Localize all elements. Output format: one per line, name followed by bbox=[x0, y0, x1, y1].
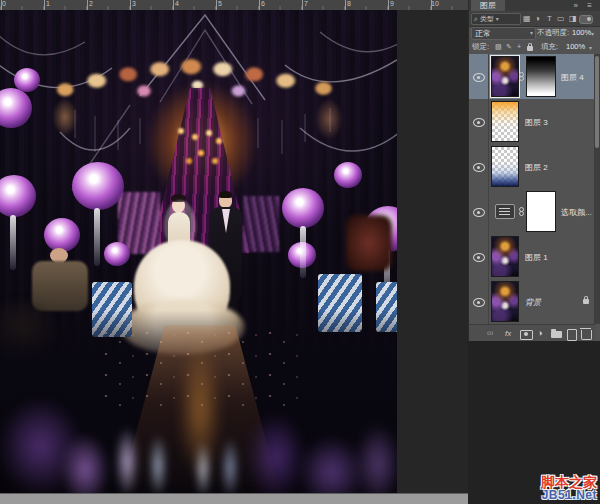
visibility-toggle[interactable] bbox=[469, 54, 489, 99]
ruler-number: 10 bbox=[431, 0, 439, 8]
filter-smartobject-icon[interactable]: ◨ bbox=[569, 13, 577, 24]
fill-label: 填充: bbox=[541, 40, 558, 54]
background-lock-icon bbox=[583, 299, 589, 304]
blend-mode-value: 正常 bbox=[475, 29, 491, 38]
ruler-number: 8 bbox=[347, 0, 351, 8]
ruler-number: 0 bbox=[2, 0, 6, 8]
ruler-number: 5 bbox=[218, 0, 222, 8]
new-group-icon[interactable] bbox=[551, 331, 562, 338]
visibility-toggle[interactable] bbox=[469, 144, 489, 189]
layer-thumbnail[interactable] bbox=[491, 101, 519, 142]
eye-icon bbox=[473, 73, 485, 82]
filter-type-label: 类型 bbox=[480, 15, 494, 22]
layer-name[interactable]: 图层 2 bbox=[525, 162, 548, 173]
layer-row[interactable]: 图层 1 bbox=[469, 234, 595, 280]
ruler-number: 7 bbox=[304, 0, 308, 8]
chevron-down-icon: ▾ bbox=[530, 28, 533, 39]
watermark-line1: 脚本之家 bbox=[541, 475, 597, 490]
eye-icon bbox=[473, 118, 485, 127]
layer-mask-thumbnail[interactable] bbox=[526, 191, 556, 232]
chevron-down-icon: ▾ bbox=[496, 16, 499, 22]
scrollbar-thumb[interactable] bbox=[595, 56, 599, 148]
opacity-label: 不透明度: bbox=[537, 26, 569, 40]
lock-position-icon[interactable]: + bbox=[517, 43, 521, 51]
ruler-number: 2 bbox=[89, 0, 93, 8]
panel-menu-icon[interactable]: ≡ bbox=[587, 0, 592, 11]
search-icon: ⌕ bbox=[474, 15, 478, 22]
visibility-toggle[interactable] bbox=[469, 189, 489, 234]
document-canvas[interactable] bbox=[0, 10, 397, 493]
photoshop-window: 0 1 2 3 4 5 6 7 8 9 10 bbox=[0, 0, 600, 504]
layer-name[interactable]: 图层 3 bbox=[525, 117, 548, 128]
blend-mode-select[interactable]: 正常 ▾ bbox=[471, 27, 536, 40]
layers-panel-toolbar: ∞ fx ◑ bbox=[469, 324, 595, 342]
layer-mask-thumbnail[interactable] bbox=[526, 56, 556, 97]
layer-row[interactable]: 图层 3 bbox=[469, 99, 595, 145]
filter-pixel-icon[interactable]: ▦ bbox=[523, 13, 531, 24]
layer-thumbnail[interactable] bbox=[491, 281, 519, 322]
layer-style-fx-icon[interactable]: fx bbox=[505, 327, 511, 340]
layer-thumbnail[interactable] bbox=[491, 236, 519, 277]
watermark: 脚本之家 JB51.Net bbox=[541, 475, 597, 502]
lock-image-icon[interactable]: ✎ bbox=[506, 43, 512, 51]
adjustment-layer-button-icon[interactable]: ◑ bbox=[537, 327, 542, 340]
panel-tab-bar: 图层 » ≡ bbox=[469, 0, 600, 11]
eye-icon bbox=[473, 298, 485, 307]
delete-layer-icon[interactable] bbox=[581, 330, 592, 340]
layer-name[interactable]: 图层 1 bbox=[525, 252, 548, 263]
filter-toggle-switch[interactable] bbox=[579, 15, 593, 24]
ruler-number: 9 bbox=[390, 0, 394, 8]
adjustment-layer-icon[interactable] bbox=[495, 204, 515, 219]
workspace-background: 脚本之家 JB51.Net bbox=[468, 341, 600, 504]
add-mask-icon[interactable] bbox=[520, 330, 533, 340]
lock-row: 锁定: ▨ ✎ + 填充: 100% ▾ bbox=[469, 40, 600, 54]
layer-name[interactable]: 选取颜... bbox=[561, 207, 592, 218]
chevron-down-icon[interactable]: ▾ bbox=[589, 41, 592, 55]
layer-row[interactable]: 图层 2 bbox=[469, 144, 595, 190]
layer-row-adjustment[interactable]: 选取颜... bbox=[469, 189, 595, 235]
layer-filter-bar: ⌕ 类型 ▾ ▦ ◑ T ▭ ◨ bbox=[469, 11, 600, 27]
mask-link-icon[interactable] bbox=[519, 72, 525, 82]
lock-label: 锁定: bbox=[472, 40, 489, 54]
layer-row-background[interactable]: 背景 bbox=[469, 279, 595, 325]
eye-icon bbox=[473, 163, 485, 172]
watermark-line2: JB51.Net bbox=[541, 489, 597, 502]
tab-layers[interactable]: 图层 bbox=[471, 0, 505, 11]
layer-thumbnail[interactable] bbox=[491, 146, 519, 187]
vignette bbox=[0, 10, 397, 493]
visibility-toggle[interactable] bbox=[469, 99, 489, 144]
mask-link-icon[interactable] bbox=[519, 207, 525, 217]
ruler-number: 6 bbox=[261, 0, 265, 8]
visibility-toggle[interactable] bbox=[469, 279, 489, 324]
fill-value[interactable]: 100% bbox=[566, 40, 585, 54]
filter-adjustment-icon[interactable]: ◑ bbox=[535, 13, 540, 24]
opacity-value[interactable]: 100% bbox=[572, 26, 591, 40]
layer-name[interactable]: 图层 4 bbox=[561, 72, 584, 83]
new-layer-icon[interactable] bbox=[567, 329, 577, 341]
layers-panel: 图层 » ≡ ⌕ 类型 ▾ ▦ ◑ T ▭ ◨ 正常 ▾ 不透明度: 100% … bbox=[468, 0, 600, 341]
filter-shape-icon[interactable]: ▭ bbox=[557, 13, 565, 24]
layer-thumbnail[interactable] bbox=[491, 56, 519, 97]
lock-all-icon[interactable] bbox=[527, 46, 533, 51]
filter-type-dropdown[interactable]: ⌕ 类型 ▾ bbox=[471, 13, 521, 25]
pasteboard bbox=[397, 10, 468, 493]
layer-row-selected[interactable]: 图层 4 bbox=[469, 54, 595, 100]
filter-type-icon[interactable]: T bbox=[547, 13, 552, 24]
layer-name[interactable]: 背景 bbox=[525, 297, 541, 308]
ruler-number: 1 bbox=[46, 0, 50, 8]
visibility-toggle[interactable] bbox=[469, 234, 489, 279]
link-layers-icon[interactable]: ∞ bbox=[487, 327, 493, 340]
blend-mode-row: 正常 ▾ 不透明度: 100% ▾ bbox=[469, 26, 600, 40]
lock-transparent-icon[interactable]: ▨ bbox=[495, 43, 502, 51]
eye-icon bbox=[473, 208, 485, 217]
bottom-scroll-strip[interactable] bbox=[0, 493, 468, 504]
collapse-panel-icon[interactable]: » bbox=[574, 0, 578, 11]
chevron-down-icon[interactable]: ▾ bbox=[591, 27, 594, 41]
ruler-number: 4 bbox=[175, 0, 179, 8]
eye-icon bbox=[473, 253, 485, 262]
ruler-number: 3 bbox=[132, 0, 136, 8]
panel-scrollbar[interactable] bbox=[594, 54, 600, 324]
